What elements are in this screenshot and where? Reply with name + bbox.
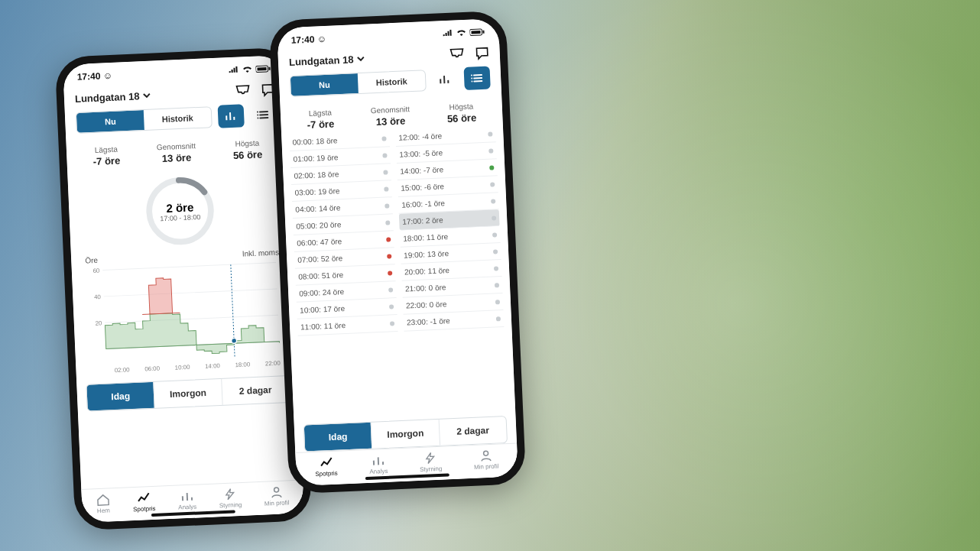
hour-text: 02:00: 18 öre [294, 170, 339, 180]
price-dot [389, 304, 394, 309]
person-icon [269, 486, 284, 499]
chevron-down-icon [356, 55, 364, 63]
svg-text:18:00: 18:00 [235, 361, 251, 368]
chevron-down-icon [142, 92, 150, 99]
tab-profile[interactable]: Min profil [473, 449, 499, 471]
location-label: Lundgatan 18 [75, 90, 140, 105]
phone-list-view: 17:40 ☺ Lundgatan 18 Nu Historik Lägsta-… [269, 11, 527, 494]
hour-text: 13:00: -5 öre [399, 148, 443, 158]
hour-list-right: 12:00: -4 öre13:00: -5 öre14:00: -7 öre1… [395, 125, 508, 415]
hour-row[interactable]: 11:00: 11 öre [297, 315, 398, 336]
wifi-icon [456, 29, 466, 37]
hour-list-left: 00:00: 18 öre01:00: 19 öre02:00: 18 öre0… [289, 130, 401, 420]
svg-line-9 [102, 263, 276, 271]
day-today[interactable]: Idag [304, 423, 372, 452]
hour-text: 20:00: 11 öre [404, 266, 449, 277]
hour-text: 16:00: -1 öre [401, 199, 445, 209]
chat-icon[interactable] [475, 47, 489, 61]
hour-text: 10:00: 17 öre [300, 304, 345, 315]
tab-home[interactable]: Hem [96, 493, 110, 514]
analytics-icon [371, 454, 385, 467]
price-dot [492, 232, 497, 237]
hour-text: 00:00: 18 öre [292, 136, 337, 147]
svg-rect-2 [268, 67, 270, 70]
stat-low-value: -7 öre [92, 154, 120, 167]
day-tomorrow[interactable]: Imorgon [371, 420, 440, 449]
price-dot [494, 266, 498, 271]
location-selector[interactable]: Lundgatan 18 [75, 89, 151, 104]
price-dot [382, 153, 387, 157]
stat-high-label: Högsta [232, 138, 262, 148]
stat-high-value: 56 öre [447, 112, 477, 125]
inbox-icon[interactable] [235, 84, 251, 99]
svg-text:60: 60 [92, 267, 100, 274]
svg-line-7 [104, 289, 277, 297]
tab-spotpris[interactable]: Spotpris [314, 456, 338, 478]
price-dot [384, 186, 388, 191]
day-segment: Idag Imorgon 2 dagar [86, 375, 290, 412]
price-dot [385, 220, 390, 225]
day-two[interactable]: 2 dagar [221, 376, 290, 405]
wifi-icon [242, 66, 252, 74]
hour-text: 03:00: 19 öre [294, 186, 339, 197]
price-dot [488, 148, 493, 153]
price-dot [387, 254, 391, 258]
location-selector[interactable]: Lundgatan 18 [289, 53, 365, 67]
hour-row[interactable]: 23:00: -1 öre [404, 310, 505, 332]
day-tomorrow[interactable]: Imorgon [154, 379, 222, 408]
gauge-price: 2 öre [166, 200, 194, 215]
svg-text:40: 40 [94, 293, 102, 300]
stat-avg-value: 13 öre [157, 151, 196, 164]
view-list-button[interactable] [464, 66, 491, 90]
day-today[interactable]: Idag [86, 382, 154, 411]
status-face-icon: ☺ [102, 70, 112, 82]
tab-analys[interactable]: Analys [177, 490, 196, 511]
hour-text: 04:00: 14 öre [295, 203, 340, 214]
tab-now[interactable]: Nu [290, 73, 359, 96]
hour-text: 09:00: 24 öre [299, 287, 344, 298]
day-two[interactable]: 2 dagar [438, 416, 507, 446]
tab-analys[interactable]: Analys [368, 454, 388, 475]
hour-text: 17:00: 2 öre [402, 216, 443, 225]
hour-text: 07:00: 52 öre [297, 254, 342, 264]
bolt-icon [223, 488, 238, 501]
price-chart[interactable]: 20406002:0006:0010:0014:0018:0022:00 [72, 256, 298, 381]
price-dot [495, 300, 500, 304]
svg-text:20: 20 [95, 319, 102, 326]
price-dot [489, 165, 494, 170]
price-dot [491, 199, 495, 203]
view-chart-button[interactable] [218, 104, 245, 128]
trend-icon [319, 456, 333, 469]
svg-point-20 [274, 488, 278, 492]
price-dot [383, 170, 388, 174]
view-chart-button[interactable] [432, 67, 459, 91]
trend-icon [137, 491, 151, 504]
svg-point-24 [483, 451, 488, 455]
status-time: 17:40 [290, 34, 314, 45]
tab-history[interactable]: Historik [358, 70, 426, 93]
tab-now[interactable]: Nu [76, 110, 144, 133]
hour-text: 12:00: -4 öre [398, 131, 442, 141]
time-segment: Nu Historik [290, 70, 427, 97]
tab-styrning[interactable]: Styrning [219, 488, 242, 509]
price-dot [492, 216, 496, 220]
price-dot [495, 283, 499, 287]
time-segment: Nu Historik [76, 106, 213, 134]
price-dot [390, 321, 394, 326]
price-dot [388, 271, 392, 275]
status-face-icon: ☺ [316, 34, 326, 45]
inbox-icon[interactable] [449, 47, 465, 62]
gauge-range: 17:00 - 18:00 [160, 212, 200, 222]
tab-profile[interactable]: Min profil [264, 485, 290, 507]
bar-chart-icon [225, 111, 238, 122]
signal-icon [228, 66, 239, 75]
svg-point-13 [232, 338, 237, 343]
tab-styrning[interactable]: Styrning [419, 452, 443, 473]
tab-spotpris[interactable]: Spotpris [132, 491, 156, 513]
list-icon [471, 73, 484, 84]
tab-history[interactable]: Historik [144, 107, 212, 130]
chart-y-label: Öre [85, 256, 98, 265]
bolt-icon [423, 452, 438, 465]
stat-avg-label: Genomsnitt [371, 105, 410, 115]
stat-low-value: -7 öre [307, 118, 334, 131]
